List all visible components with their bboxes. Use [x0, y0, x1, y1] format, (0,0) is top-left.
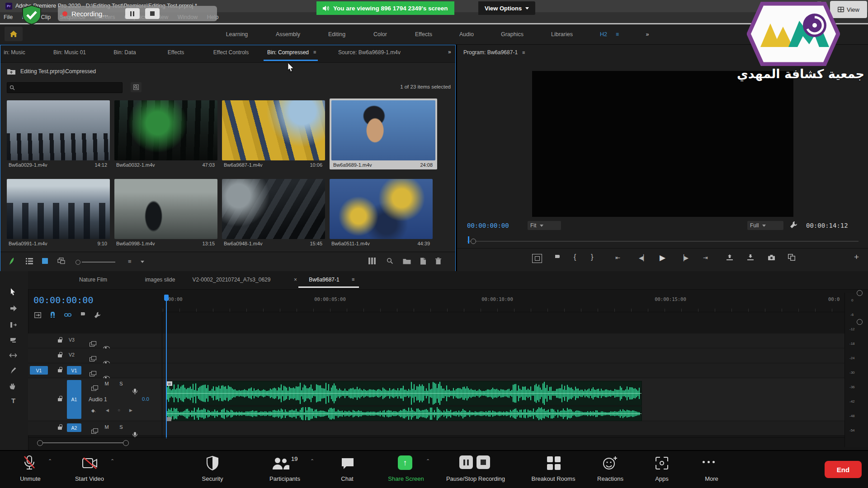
track-badge-a2[interactable]: A2	[67, 423, 81, 432]
clip-item[interactable]: Bw6a0998-1.m4v13:15	[114, 179, 217, 246]
source-patch-badge-v1[interactable]: V1	[30, 366, 48, 375]
razor-tool[interactable]	[10, 337, 17, 343]
sequence-tab[interactable]: V2-0002_20210724_A7s3_0629	[193, 277, 271, 283]
source-patch-icon[interactable]	[91, 430, 96, 434]
lock-icon[interactable]	[58, 339, 62, 343]
timeline-ruler[interactable]: 00:00 00:00:05:00 00:00:10:00 00:00:15:0…	[163, 293, 844, 312]
export-frame-camera-icon[interactable]	[768, 255, 775, 260]
search-bin-button[interactable]	[131, 82, 142, 92]
zoom-slider-track[interactable]	[82, 262, 115, 263]
writable-pen-icon[interactable]	[8, 257, 15, 265]
clip-item-selected[interactable]: Bw6a9689-1.m4v24:08	[330, 99, 437, 169]
voiceover-record-mic-icon[interactable]	[134, 389, 136, 392]
tab-bin-compressed[interactable]: Bin: Compressed	[267, 49, 309, 56]
lock-icon[interactable]	[58, 427, 62, 430]
selection-tool[interactable]	[10, 288, 17, 296]
step-forward-icon[interactable]: ▕▶	[679, 254, 689, 261]
workspace-overflow-chevron[interactable]: »	[646, 31, 649, 38]
unmute-button[interactable]: ⌃ Unmute	[10, 455, 51, 484]
workspace-tab-effects[interactable]: Effects	[415, 31, 432, 38]
next-keyframe-icon[interactable]: ▶	[129, 408, 132, 413]
participants-button[interactable]: 19 ⌃ Participants	[253, 455, 316, 484]
clip-item[interactable]: Bw6a0032-1.m4v47:03	[114, 100, 217, 168]
vscroll-knob[interactable]	[857, 319, 863, 325]
stop-recording-icon[interactable]	[476, 455, 490, 469]
program-scrubber-track[interactable]	[467, 241, 859, 242]
breakout-rooms-button[interactable]: Breakout Rooms	[519, 455, 588, 484]
workspace-tab-libraries[interactable]: Libraries	[551, 31, 573, 38]
track-select-tool[interactable]	[10, 305, 17, 311]
solo-track-button[interactable]: S	[118, 424, 125, 430]
hscroll-knob-left[interactable]	[37, 440, 43, 446]
tab-source-monitor[interactable]: Source: Bw6a9689-1.m4v	[338, 49, 401, 56]
workspace-tab-graphics[interactable]: Graphics	[501, 31, 524, 38]
new-item-icon[interactable]	[420, 258, 426, 265]
source-patch-icon[interactable]	[90, 372, 94, 376]
menu-file[interactable]: File	[0, 12, 16, 22]
program-resolution-dropdown[interactable]: Full	[747, 221, 783, 230]
share-options-caret[interactable]: ⌃	[426, 458, 430, 464]
solo-track-button[interactable]: S	[118, 381, 125, 386]
previous-keyframe-icon[interactable]: ◀	[106, 408, 109, 413]
trash-icon[interactable]	[435, 258, 441, 264]
audio-clip-lane-right[interactable]	[166, 406, 642, 421]
tab-bin-data[interactable]: Bin: Data	[113, 49, 136, 56]
workspace-tab-color[interactable]: Color	[373, 31, 387, 38]
add-button-icon[interactable]: +	[854, 252, 859, 262]
sequence-tab-active[interactable]: Bw6a9687-1	[309, 277, 339, 283]
mark-out-icon[interactable]: }	[591, 253, 593, 261]
go-to-out-icon[interactable]: ⇥	[703, 254, 708, 261]
program-zoom-dropdown[interactable]: Fit	[528, 221, 561, 230]
go-to-in-icon[interactable]: ⇤	[615, 254, 620, 261]
end-meeting-button[interactable]: End	[825, 461, 862, 478]
pause-recording-icon[interactable]	[459, 455, 473, 469]
timeline-playhead-handle[interactable]	[164, 295, 169, 301]
safe-margins-icon[interactable]	[532, 254, 542, 263]
program-playhead[interactable]	[468, 236, 469, 244]
nest-toggle-icon[interactable]	[34, 312, 41, 318]
tab-effects[interactable]: Effects	[168, 49, 184, 56]
program-position-timecode[interactable]: 00:00:00:00	[467, 222, 509, 229]
more-button[interactable]: More	[691, 455, 732, 484]
lock-icon[interactable]	[58, 369, 62, 372]
clip-item[interactable]: Bw6a0991-1.m4v9:10	[7, 179, 110, 246]
pause-stop-recording-button[interactable]: Pause/Stop Recording	[434, 455, 517, 484]
view-options-button[interactable]: View Options	[478, 1, 535, 15]
icon-view-icon[interactable]	[42, 258, 48, 264]
add-marker-icon[interactable]	[555, 254, 560, 261]
pen-tool[interactable]	[10, 367, 16, 374]
source-patch-icon[interactable]	[91, 387, 96, 391]
mark-in-icon[interactable]: {	[574, 253, 576, 261]
hscroll-track[interactable]	[41, 442, 126, 443]
type-tool[interactable]: T	[11, 397, 15, 404]
clip-item[interactable]: Bw6a9687-1.m4v10:06	[222, 100, 325, 168]
sequence-tab[interactable]: images slide	[145, 277, 175, 283]
lock-icon[interactable]	[58, 398, 62, 401]
track-gain-value[interactable]: 0.0	[142, 396, 149, 402]
workspace-tab-editing[interactable]: Editing	[328, 31, 345, 38]
clip-item[interactable]: Bw6a0029-1.m4v14:12	[7, 100, 110, 168]
play-button[interactable]: ▶	[660, 253, 665, 263]
share-screen-button[interactable]: ↑ ⌃ Share Screen	[376, 455, 436, 484]
home-button[interactable]	[5, 27, 23, 41]
list-view-icon[interactable]	[26, 258, 33, 264]
video-options-caret[interactable]: ⌃	[110, 458, 114, 464]
workspace-tab-assembly[interactable]: Assembly	[276, 31, 300, 38]
tab-bin-music-01[interactable]: Bin: Music 01	[53, 49, 86, 56]
chat-button[interactable]: Chat	[332, 455, 363, 484]
tab-bin-music[interactable]: in: Music	[4, 49, 25, 56]
timeline-playhead-timecode[interactable]: 00:00:00:00	[33, 295, 93, 305]
comparison-view-icon[interactable]	[788, 254, 795, 261]
timeline-playhead-line[interactable]	[166, 295, 167, 438]
clip-item[interactable]: Bw6a0511-1.m4v44:39	[330, 179, 433, 246]
track-name[interactable]: Audio 1	[89, 396, 107, 403]
panel-menu-icon[interactable]: ≡	[313, 49, 316, 55]
snap-toggle-icon[interactable]	[50, 312, 56, 319]
track-badge-v3[interactable]: V3	[69, 337, 75, 343]
vscroll-knob[interactable]	[857, 290, 863, 296]
keyframe-diamond-icon[interactable]: ◆.	[91, 408, 96, 413]
extract-icon[interactable]	[747, 254, 754, 261]
scrubber-zoom-knob[interactable]	[471, 239, 476, 244]
panel-overflow-chevron[interactable]: »	[448, 49, 451, 55]
mute-track-button[interactable]: M	[103, 381, 110, 386]
